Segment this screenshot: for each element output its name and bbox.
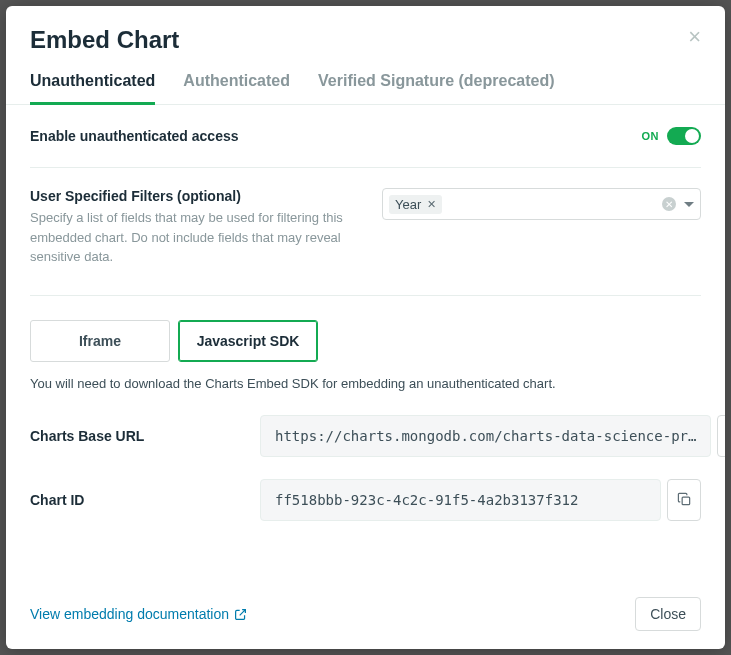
access-toggle[interactable]: [667, 127, 701, 145]
close-button[interactable]: Close: [635, 597, 701, 631]
base-url-value[interactable]: https://charts.mongodb.com/charts-data-s…: [260, 415, 711, 457]
embed-chart-modal: Embed Chart × Unauthenticated Authentica…: [6, 6, 725, 649]
filter-chip-label: Year: [395, 197, 421, 212]
tab-authenticated[interactable]: Authenticated: [183, 72, 290, 105]
copy-base-url-button[interactable]: [717, 415, 725, 457]
modal-body: Enable unauthenticated access ON User Sp…: [6, 105, 725, 582]
chart-id-value[interactable]: ff518bbb-923c-4c2c-91f5-4a2b3137f312: [260, 479, 661, 521]
clear-all-icon[interactable]: ✕: [662, 197, 676, 211]
access-row: Enable unauthenticated access ON: [30, 105, 701, 168]
external-link-icon: [234, 608, 247, 621]
filters-input[interactable]: Year ✕ ✕: [382, 188, 701, 220]
chevron-down-icon[interactable]: [684, 202, 694, 207]
copy-chart-id-button[interactable]: [667, 479, 701, 521]
chart-id-label: Chart ID: [30, 492, 260, 508]
toggle-state-text: ON: [642, 130, 660, 142]
tab-unauthenticated[interactable]: Unauthenticated: [30, 72, 155, 105]
embed-mode-segment: Iframe Javascript SDK: [30, 296, 701, 376]
modal-header: Embed Chart ×: [6, 6, 725, 54]
filters-controls: ✕: [662, 197, 694, 211]
svg-rect-1: [682, 497, 690, 505]
copy-icon: [677, 492, 692, 507]
modal-title: Embed Chart: [30, 26, 179, 54]
modal-footer: View embedding documentation Close: [6, 582, 725, 649]
filters-title: User Specified Filters (optional): [30, 188, 370, 204]
segment-iframe[interactable]: Iframe: [30, 320, 170, 362]
segment-js-sdk[interactable]: Javascript SDK: [178, 320, 318, 362]
base-url-label: Charts Base URL: [30, 428, 260, 444]
tab-verified-signature[interactable]: Verified Signature (deprecated): [318, 72, 555, 105]
documentation-link-text: View embedding documentation: [30, 606, 229, 622]
chip-remove-icon[interactable]: ✕: [427, 198, 436, 211]
close-icon[interactable]: ×: [688, 26, 701, 48]
filters-description-block: User Specified Filters (optional) Specif…: [30, 188, 370, 267]
filters-row: User Specified Filters (optional) Specif…: [30, 168, 701, 296]
base-url-row: Charts Base URL https://charts.mongodb.c…: [30, 415, 701, 479]
filter-chip-year: Year ✕: [389, 195, 442, 214]
chart-id-row: Chart ID ff518bbb-923c-4c2c-91f5-4a2b313…: [30, 479, 701, 543]
access-toggle-wrap: ON: [642, 127, 702, 145]
access-label: Enable unauthenticated access: [30, 128, 239, 144]
tab-bar: Unauthenticated Authenticated Verified S…: [6, 54, 725, 105]
sdk-note: You will need to download the Charts Emb…: [30, 376, 701, 415]
filters-desc: Specify a list of fields that may be use…: [30, 208, 370, 267]
documentation-link[interactable]: View embedding documentation: [30, 606, 247, 622]
